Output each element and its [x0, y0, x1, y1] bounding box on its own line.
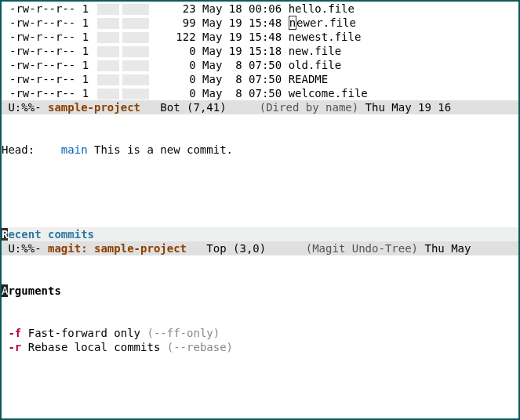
size: 23 [152, 2, 196, 16]
date: May 8 07:50 [202, 59, 282, 71]
file-name: new.file [289, 45, 341, 57]
file-name: hello.file [289, 2, 355, 15]
recent-commits-header[interactable]: Recent commits [2, 227, 518, 241]
links: 1 [82, 73, 89, 85]
dired-row[interactable]: -rw-r--r-- 1 0 May 8 07:50 welcome.file [2, 86, 518, 100]
group-redacted [122, 18, 149, 29]
blank-row [2, 185, 518, 199]
perm: -rw-r--r-- [9, 2, 75, 15]
file-name: newest.file [289, 31, 362, 43]
argument-row[interactable]: -f Fast-forward only (--ff-only) [2, 326, 518, 340]
arg-desc: Fast-forward only [28, 327, 140, 339]
group-redacted [122, 46, 149, 57]
owner-redacted [97, 4, 119, 15]
owner-redacted [97, 89, 119, 100]
perm: -rw-r--r-- [9, 73, 75, 85]
links: 1 [82, 31, 89, 43]
dired-row[interactable]: -rw-r--r-- 1 0 May 19 15:18 new.file [2, 44, 518, 58]
perm: -rw-r--r-- [9, 59, 75, 71]
arg-flag: (--rebase) [167, 341, 233, 353]
size: 99 [152, 16, 196, 30]
links: 1 [82, 87, 89, 100]
modeline-time: Thu May 19 16 [358, 101, 451, 114]
dired-modeline: U:%%- sample-project Bot (7,41) (Dired b… [2, 100, 518, 114]
size: 0 [152, 86, 196, 100]
arg-key: -f [8, 327, 21, 339]
file-name: README [289, 73, 329, 85]
date: May 19 15:48 [202, 31, 282, 43]
perm: -rw-r--r-- [9, 87, 75, 100]
group-redacted [122, 74, 149, 85]
dired-row[interactable]: -rw-r--r-- 1 122 May 19 15:48 newest.fil… [2, 30, 518, 44]
owner-redacted [97, 46, 119, 57]
size: 0 [152, 72, 196, 86]
date: May 18 00:06 [202, 2, 282, 15]
owner-redacted [97, 32, 119, 43]
modeline-pos: Bot (7,41) [140, 101, 260, 114]
magit-head-row: Head: main This is a new commit. [2, 143, 518, 157]
dired-pane[interactable]: -rw-r--r-- 1 23 May 18 00:06 hello.file-… [2, 2, 518, 100]
file-name: newer.file [289, 16, 356, 30]
links: 1 [82, 16, 89, 29]
magit-status-pane[interactable]: Head: main This is a new commit. Recent … [2, 114, 518, 241]
modeline-prefix: U:%%- [2, 101, 48, 114]
perm: -rw-r--r-- [9, 45, 75, 57]
owner-redacted [97, 18, 119, 29]
argument-row[interactable]: -r Rebase local commits (--rebase) [2, 340, 518, 354]
file-name: old.file [289, 59, 341, 71]
date: May 19 15:18 [202, 45, 282, 57]
owner-redacted [97, 60, 119, 71]
dired-row[interactable]: -rw-r--r-- 1 23 May 18 00:06 hello.file [2, 2, 518, 16]
group-redacted [122, 32, 149, 43]
dired-row[interactable]: -rw-r--r-- 1 99 May 19 15:48 newer.file [2, 16, 518, 30]
head-branch: main [61, 143, 88, 156]
links: 1 [82, 59, 89, 71]
modeline-prefix: U:%%- [2, 242, 48, 255]
date: May 19 15:48 [202, 16, 282, 29]
owner-redacted [97, 74, 119, 85]
blank-row [2, 382, 518, 396]
magit-pull-popup[interactable]: Arguments -f Fast-forward only (--ff-onl… [2, 255, 518, 420]
links: 1 [82, 45, 89, 57]
date: May 8 07:50 [202, 87, 282, 100]
magit-modeline: U:%%- magit: sample-project Top (3,0) (M… [2, 241, 518, 255]
recent-commits-label: ecent commits [8, 228, 94, 241]
file-name: welcome.file [289, 87, 368, 100]
head-msg: This is a new commit. [88, 143, 233, 156]
group-redacted [122, 60, 149, 71]
perm: -rw-r--r-- [9, 31, 75, 43]
modeline-mode: (Magit Undo-Tree) [306, 242, 418, 255]
arg-desc: Rebase local commits [28, 341, 161, 353]
group-redacted [122, 4, 149, 15]
date: May 8 07:50 [202, 73, 282, 85]
size: 0 [152, 58, 196, 72]
dired-row[interactable]: -rw-r--r-- 1 0 May 8 07:50 README [2, 72, 518, 86]
modeline-pos: Top (3,0) [187, 242, 306, 255]
modeline-time: Thu May [418, 242, 471, 255]
links: 1 [82, 2, 89, 15]
head-label: Head: [2, 143, 61, 156]
modeline-buffer-name: magit: sample-project [48, 242, 187, 255]
perm: -rw-r--r-- [9, 16, 75, 29]
emacs-frame: -rw-r--r-- 1 23 May 18 00:06 hello.file-… [0, 0, 520, 420]
size: 122 [152, 30, 196, 44]
modeline-buffer-name: sample-project [48, 101, 140, 114]
arg-key: -r [8, 341, 21, 353]
group-redacted [122, 89, 149, 100]
arg-flag: (--ff-only) [147, 327, 220, 339]
arguments-header: Arguments [2, 284, 518, 298]
modeline-mode: (Dired by name) [260, 101, 358, 114]
size: 0 [152, 44, 196, 58]
dired-row[interactable]: -rw-r--r-- 1 0 May 8 07:50 old.file [2, 58, 518, 72]
